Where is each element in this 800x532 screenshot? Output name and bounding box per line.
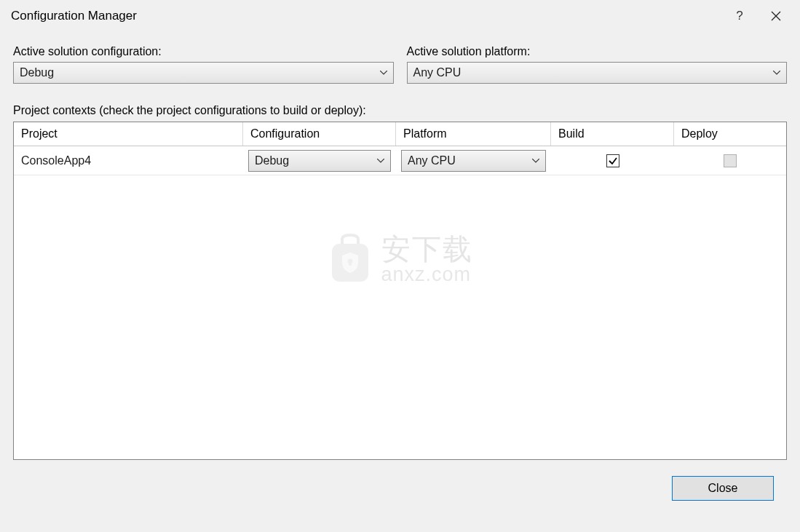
chevron-down-icon	[377, 159, 384, 163]
close-button[interactable]: Close	[672, 476, 774, 501]
close-icon	[771, 11, 781, 21]
dialog-footer: Close	[13, 460, 787, 517]
project-contexts-label: Project contexts (check the project conf…	[13, 104, 787, 117]
column-header-build[interactable]: Build	[551, 122, 674, 146]
table-header: Project Configuration Platform Build Dep…	[14, 122, 786, 146]
active-configuration-value: Debug	[20, 66, 380, 79]
dialog-title: Configuration Manager	[11, 9, 721, 23]
help-button[interactable]: ?	[721, 4, 758, 28]
deploy-checkbox	[724, 154, 737, 167]
row-configuration-value: Debug	[255, 154, 377, 167]
row-configuration-dropdown[interactable]: Debug	[248, 150, 391, 172]
dialog-body: Active solution configuration: Debug Act…	[0, 32, 800, 532]
close-button-label: Close	[708, 482, 738, 495]
cell-project-name: ConsoleApp4	[14, 146, 243, 175]
close-window-button[interactable]	[758, 4, 794, 28]
project-contexts-table: Project Configuration Platform Build Dep…	[13, 122, 787, 460]
build-checkbox[interactable]	[606, 154, 619, 167]
chevron-down-icon	[380, 71, 387, 75]
active-configuration-label: Active solution configuration:	[13, 45, 394, 58]
column-header-project[interactable]: Project	[14, 122, 243, 146]
watermark-text-cn: 安下载	[381, 234, 473, 264]
table-row: ConsoleApp4 Debug Any CPU	[14, 146, 786, 175]
active-configuration-group: Active solution configuration: Debug	[13, 45, 394, 84]
active-platform-value: Any CPU	[413, 66, 774, 79]
chevron-down-icon	[532, 159, 539, 163]
active-platform-dropdown[interactable]: Any CPU	[407, 62, 788, 84]
svg-rect-2	[332, 244, 368, 282]
row-platform-dropdown[interactable]: Any CPU	[401, 150, 546, 172]
column-header-platform[interactable]: Platform	[396, 122, 551, 146]
column-header-deploy[interactable]: Deploy	[674, 122, 786, 146]
active-configuration-dropdown[interactable]: Debug	[13, 62, 394, 84]
checkmark-icon	[608, 156, 618, 166]
watermark: 安下载 anxz.com	[328, 234, 473, 285]
column-header-configuration[interactable]: Configuration	[243, 122, 396, 146]
titlebar: Configuration Manager ?	[0, 0, 800, 32]
bag-shield-icon	[328, 234, 373, 285]
chevron-down-icon	[773, 71, 780, 75]
row-platform-value: Any CPU	[408, 154, 532, 167]
svg-rect-4	[349, 261, 352, 266]
active-platform-label: Active solution platform:	[407, 45, 788, 58]
svg-point-3	[347, 259, 352, 264]
active-platform-group: Active solution platform: Any CPU	[407, 45, 788, 84]
solution-dropdown-row: Active solution configuration: Debug Act…	[13, 45, 787, 84]
table-empty-area: 安下载 anxz.com	[14, 175, 786, 459]
configuration-manager-dialog: Configuration Manager ? Active solution …	[0, 0, 800, 532]
watermark-text-en: anxz.com	[381, 264, 473, 285]
help-icon: ?	[736, 9, 742, 23]
